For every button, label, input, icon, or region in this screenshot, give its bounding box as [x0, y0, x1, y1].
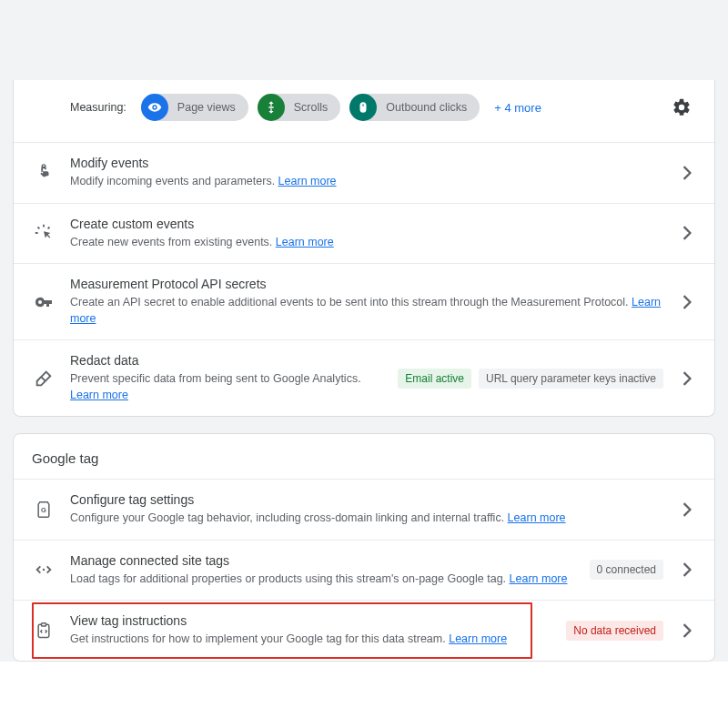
chip-label: Scrolls [294, 101, 329, 114]
row-desc: Create an API secret to enable additiona… [70, 295, 663, 327]
tag-icon: G [32, 500, 56, 520]
status-badge: 0 connected [590, 560, 663, 580]
eye-icon [141, 94, 168, 121]
touch-icon [32, 163, 56, 183]
row-desc: Modify incoming events and parameters. L… [70, 174, 663, 190]
row-manage-connected-tags[interactable]: Manage connected site tags Load tags for… [14, 540, 714, 601]
svg-point-2 [43, 569, 45, 571]
learn-more-link[interactable]: Learn more [278, 175, 337, 187]
google-tag-card: Google tag G Configure tag settings Conf… [13, 433, 715, 662]
scroll-icon [258, 94, 285, 121]
eraser-icon [32, 369, 56, 389]
status-badge: No data received [566, 621, 663, 641]
row-title: Redact data [70, 353, 383, 368]
status-badges: Email active URL query parameter keys in… [398, 369, 663, 389]
learn-more-link[interactable]: Learn more [510, 572, 568, 585]
svg-point-0 [42, 165, 46, 168]
chip-scrolls: Scrolls [258, 94, 341, 121]
chevron-right-icon [678, 562, 696, 577]
chevron-right-icon [678, 166, 696, 180]
row-measurement-protocol[interactable]: Measurement Protocol API secrets Create … [14, 263, 714, 339]
learn-more-link[interactable]: Learn more [70, 389, 128, 401]
measuring-label: Measuring: [70, 101, 126, 114]
row-title: Create custom events [70, 217, 663, 231]
chevron-right-icon [678, 226, 696, 240]
row-desc: Load tags for additional properties or p… [70, 571, 575, 588]
row-redact-data[interactable]: Redact data Prevent specific data from b… [14, 339, 714, 416]
status-badges: No data received [566, 621, 663, 641]
row-create-custom-events[interactable]: Create custom events Create new events f… [14, 203, 714, 264]
row-configure-tag-settings[interactable]: G Configure tag settings Configure your … [14, 479, 714, 540]
chevron-right-icon [678, 371, 696, 386]
chevron-right-icon [678, 295, 696, 309]
chip-label: Page views [177, 101, 236, 114]
chip-page-views: Page views [141, 94, 248, 121]
row-title: Measurement Protocol API secrets [70, 277, 663, 291]
svg-rect-4 [42, 622, 46, 625]
row-desc: Create new events from existing events. … [70, 235, 663, 251]
settings-button[interactable] [667, 93, 696, 122]
more-measurements-link[interactable]: + 4 more [494, 101, 541, 115]
chevron-right-icon [678, 623, 696, 638]
svg-text:G: G [41, 506, 46, 514]
row-modify-events[interactable]: Modify events Modify incoming events and… [14, 142, 714, 203]
clipboard-code-icon [32, 621, 56, 641]
row-desc: Configure your Google tag behavior, incl… [70, 511, 663, 527]
gear-icon [672, 97, 692, 117]
chevron-right-icon [678, 502, 696, 517]
chip-label: Outbound clicks [386, 101, 467, 114]
row-title: Configure tag settings [70, 492, 663, 507]
mouse-icon [349, 94, 377, 121]
status-badges: 0 connected [590, 560, 663, 580]
code-arrows-icon [32, 560, 56, 580]
row-title: Modify events [70, 156, 663, 170]
learn-more-link[interactable]: Learn more [449, 632, 507, 645]
row-title: Manage connected site tags [70, 553, 575, 568]
status-badge: URL query parameter keys inactive [479, 369, 663, 389]
events-card: Measuring: Page views Scrolls Outbound c… [13, 80, 715, 417]
chip-outbound-clicks: Outbound clicks [349, 94, 480, 121]
measuring-row: Measuring: Page views Scrolls Outbound c… [14, 80, 714, 142]
row-title: View tag instructions [70, 613, 551, 628]
row-view-tag-instructions[interactable]: View tag instructions Get instructions f… [14, 600, 714, 661]
row-desc: Get instructions for how to implement yo… [70, 632, 551, 648]
learn-more-link[interactable]: Learn more [508, 511, 566, 524]
learn-more-link[interactable]: Learn more [276, 236, 334, 248]
status-badge: Email active [398, 369, 471, 389]
key-icon [32, 291, 56, 313]
section-title: Google tag [14, 434, 714, 479]
cursor-click-icon [32, 223, 56, 243]
row-desc: Prevent specific data from being sent to… [70, 371, 383, 403]
